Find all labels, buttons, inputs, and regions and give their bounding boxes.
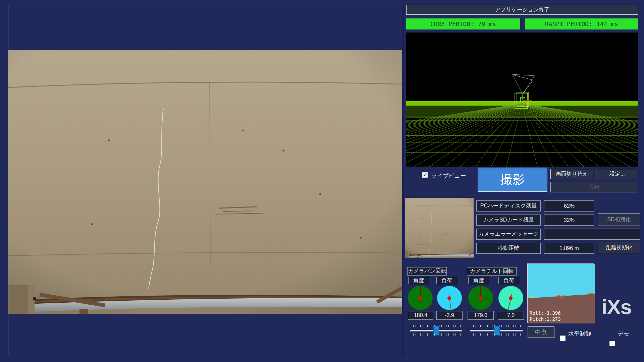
raspi-period-value: 144 ms [596,20,618,27]
tilt-slider-ticks-bottom [471,334,522,336]
pan-load-label: 負荷 [436,277,457,284]
tilt-load-label: 負荷 [498,277,519,284]
screen-switch-button[interactable]: 画面切り替え [550,169,593,179]
travel-distance-value-text: 1.896 m [559,245,579,251]
camera-view-panel [8,4,403,356]
attitude-indicator: Roll:-3.396 Pitch:1.273 [527,263,594,323]
travel-distance-label: 移動距離 [476,243,541,254]
pitch-readout: Pitch:1.273 [530,316,561,322]
sd-init-label: SD初期化 [607,216,631,223]
ixs-logo: iXs [601,295,632,319]
exit-application-label: アプリケーション終了 [495,6,550,13]
settings-button[interactable]: 設定... [596,169,638,179]
travel-distance-value: 1.896 m [544,243,594,254]
camera-error-text: カメラエラーメッセージ [478,231,538,238]
pose-3d-viewer [406,33,638,167]
pan-load-value-text: -3.9 [445,312,454,318]
sd-init-button[interactable]: SD初期化 [598,214,640,226]
core-period-value: 79 ms [478,20,496,27]
tilt-angle-value-text: 179.0 [474,312,487,318]
distance-init-button[interactable]: 距離初期化 [598,242,640,254]
tilt-slider[interactable] [470,325,523,336]
tilt-rotation-title: カメラチルト回転 [470,268,514,275]
thumbnail-image [405,198,474,258]
tilt-rotation-header: カメラチルト回転 [467,267,517,276]
live-view-checkbox[interactable] [422,172,428,178]
disk-remaining-text: PCハードディスク残量 [480,202,537,209]
pan-slider[interactable] [410,325,462,336]
camera-error-field [544,229,640,240]
tilt-angle-label-text: 角度 [473,277,484,284]
tilt-angle-value: 179.0 [468,311,494,320]
sd-remaining-label: カメラSDカード残量 [476,215,541,226]
core-period-label: CORE PERIOD: [430,20,474,27]
sd-remaining-value: 32% [544,215,594,226]
settings-label: 設定... [609,171,625,178]
horizontal-control-label: 水平制御 [568,330,591,338]
horizontal-control-checkbox[interactable] [560,336,566,341]
wall-photo-image [405,198,474,258]
tilt-load-label-text: 負荷 [503,277,514,284]
capture-button[interactable]: 撮影 [478,168,547,192]
tilt-angle-pivot [479,296,482,300]
capture-label: 撮影 [500,172,525,188]
ground-grid [406,101,638,167]
tilt-angle-gauge [468,286,493,310]
travel-distance-text: 移動距離 [498,245,519,252]
attitude-scene: Roll:-3.396 Pitch:1.273 [528,264,595,323]
sd-remaining-text: カメラSDカード残量 [483,217,534,224]
tilt-load-value-text: 7.0 [507,312,515,318]
pan-load-label-text: 負荷 [441,277,452,284]
pan-slider-ticks-bottom [411,334,462,336]
pan-rotation-title: カメラパン回転 [408,268,446,275]
pan-angle-value: 180.4 [408,311,433,320]
connect-label: 接続 [589,184,600,191]
wall-photo [8,50,402,314]
camera-error-label: カメラエラーメッセージ [476,229,541,240]
distance-init-label: 距離初期化 [606,244,633,251]
live-view-label: ライブビュー [431,172,466,180]
pan-rotation-header: カメラパン回転 [407,267,447,276]
screen-switch-label: 画面切り替え [555,171,588,178]
pan-angle-label: 角度 [408,277,429,284]
raspi-period-bar: RASPI PERIOD: 144 ms [525,18,638,29]
midpoint-label: 中点 [535,328,547,336]
connect-button[interactable]: 接続 [550,182,638,192]
midpoint-button[interactable]: 中点 [528,326,554,338]
roll-readout: Roll:-3.396 [530,310,561,316]
core-period-bar: CORE PERIOD: 79 ms [406,18,520,29]
pan-load-pivot [447,296,451,300]
wall-photo-image [8,50,402,314]
demo-label: デモ [618,330,629,338]
tilt-load-gauge [498,286,523,310]
disk-remaining-value: 62% [544,200,594,212]
raspi-period-label: RASPI PERIOD: [545,20,592,27]
pan-angle-gauge [408,286,433,310]
sd-remaining-value-text: 32% [564,217,575,223]
pose-3d-scene [406,33,638,167]
demo-checkbox[interactable] [609,341,615,346]
pan-angle-pivot [418,296,422,300]
tilt-angle-label: 角度 [468,277,489,284]
tilt-load-value: 7.0 [498,311,524,320]
exit-application-button[interactable]: アプリケーション終了 [406,5,638,15]
camera-frustum-wireframe [513,74,535,94]
pan-load-value: -3.9 [436,311,463,320]
disk-remaining-label: PCハードディスク残量 [476,200,541,212]
pan-angle-value-text: 180.4 [414,312,427,318]
pan-load-gauge [437,286,462,310]
pan-angle-label-text: 角度 [413,277,424,284]
tilt-load-pivot [509,296,513,300]
disk-remaining-value-text: 62% [564,203,575,209]
